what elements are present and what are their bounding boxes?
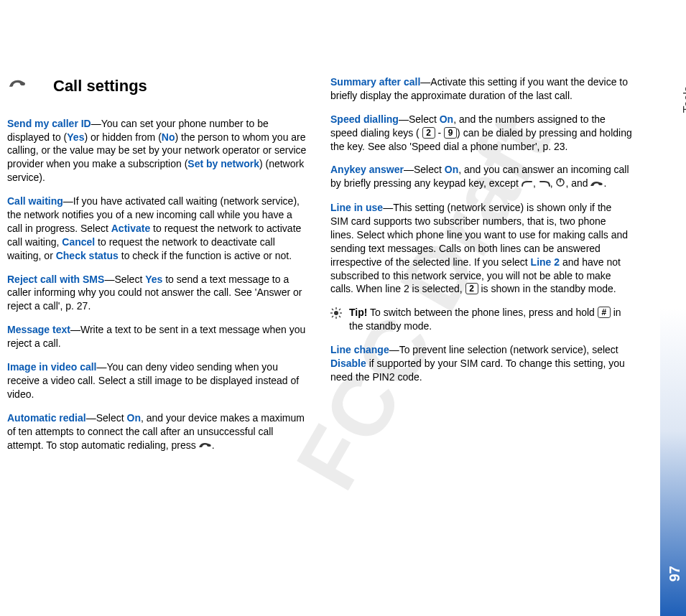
text: - — [435, 127, 444, 139]
text: if supported by your SIM card. To change… — [330, 358, 625, 383]
text: . — [212, 439, 215, 451]
page-content: Call settings Send my caller ID—You can … — [0, 0, 686, 484]
val-on: On — [440, 113, 453, 125]
text: —Select — [104, 274, 145, 285]
p-call-waiting: Call waiting—If you have activated call … — [7, 195, 309, 262]
term-auto-redial: Automatic redial — [7, 412, 86, 424]
p-line-in-use: Line in use—This setting (network servic… — [330, 201, 632, 296]
text: ) or hidden from ( — [84, 131, 161, 143]
power-key-icon — [555, 177, 565, 191]
left-column: Call settings Send my caller ID—You can … — [7, 75, 309, 462]
term-call-waiting: Call waiting — [7, 195, 63, 207]
p-reject-sms: Reject call with SMS—Select Yes to send … — [7, 273, 309, 314]
term-line-change: Line change — [330, 344, 389, 355]
svg-line-9 — [339, 309, 340, 310]
key-hash-icon: # — [598, 307, 611, 318]
text: To switch between the phone lines, press… — [367, 307, 597, 318]
end-key-icon — [590, 177, 603, 191]
term-line-in-use: Line in use — [330, 202, 383, 213]
p-line-change: Line change—To prevent line selection (n… — [330, 343, 632, 384]
val-activate: Activate — [111, 223, 150, 234]
text: —Select — [399, 113, 440, 125]
val-yes: Yes — [145, 274, 162, 285]
text: —To prevent line selection (network serv… — [389, 344, 618, 355]
text: —Select — [404, 164, 445, 175]
left-softkey-icon — [522, 177, 533, 191]
text: is shown in the standby mode. — [478, 283, 616, 294]
term-speed-dialling: Speed dialling — [330, 113, 399, 125]
val-no: No — [162, 131, 175, 143]
tip-icon — [330, 306, 343, 333]
term-reject-sms: Reject call with SMS — [7, 274, 104, 285]
page-number: 97 — [667, 566, 683, 582]
key-9-icon: 9 — [444, 127, 457, 139]
heading-call-settings: Call settings — [53, 75, 147, 97]
text: —Select — [86, 412, 127, 424]
val-yes: Yes — [67, 131, 84, 143]
tip-text: Tip! To switch between the phone lines, … — [349, 306, 632, 333]
svg-line-8 — [339, 316, 340, 317]
section-heading-row: Call settings — [7, 75, 309, 97]
term-message-text: Message text — [7, 324, 70, 335]
right-softkey-icon — [539, 177, 550, 191]
text: . — [603, 177, 606, 189]
p-send-caller-id: Send my caller ID—You can set your phone… — [7, 117, 309, 185]
val-on: On — [445, 164, 458, 175]
svg-line-7 — [332, 309, 333, 310]
p-speed-dialling: Speed dialling—Select On, and the number… — [330, 113, 632, 154]
p-auto-redial: Automatic redial—Select On, and your dev… — [7, 411, 309, 453]
p-image-video-call: Image in video call—You can deny video s… — [7, 360, 309, 401]
right-column: Summary after call—Activate this setting… — [330, 75, 632, 462]
key-2-icon: 2 — [465, 283, 478, 294]
p-summary-after-call: Summary after call—Activate this setting… — [330, 75, 632, 103]
tip-label: Tip! — [349, 307, 367, 318]
val-cancel: Cancel — [62, 236, 95, 248]
val-on: On — [127, 412, 141, 424]
term-summary-after-call: Summary after call — [330, 76, 420, 88]
svg-line-10 — [332, 316, 333, 317]
tip-row: Tip! To switch between the phone lines, … — [330, 306, 632, 333]
val-set-by-network: Set by network — [187, 158, 259, 169]
p-message-text: Message text—Write a text to be sent in … — [7, 323, 309, 350]
text: to check if the function is active or no… — [119, 250, 292, 261]
term-anykey-answer: Anykey answer — [330, 164, 404, 175]
term-send-caller-id: Send my caller ID — [7, 118, 91, 129]
end-key-icon — [199, 439, 212, 452]
phone-icon — [7, 75, 33, 96]
key-2-icon: 2 — [422, 127, 435, 139]
svg-point-2 — [334, 311, 338, 315]
text: , and — [565, 177, 590, 189]
val-check-status: Check status — [56, 250, 119, 261]
p-anykey-answer: Anykey answer—Select On, and you can ans… — [330, 163, 632, 191]
val-disable: Disable — [330, 358, 366, 369]
val-line-2: Line 2 — [531, 256, 560, 268]
term-image-video-call: Image in video call — [7, 361, 97, 373]
